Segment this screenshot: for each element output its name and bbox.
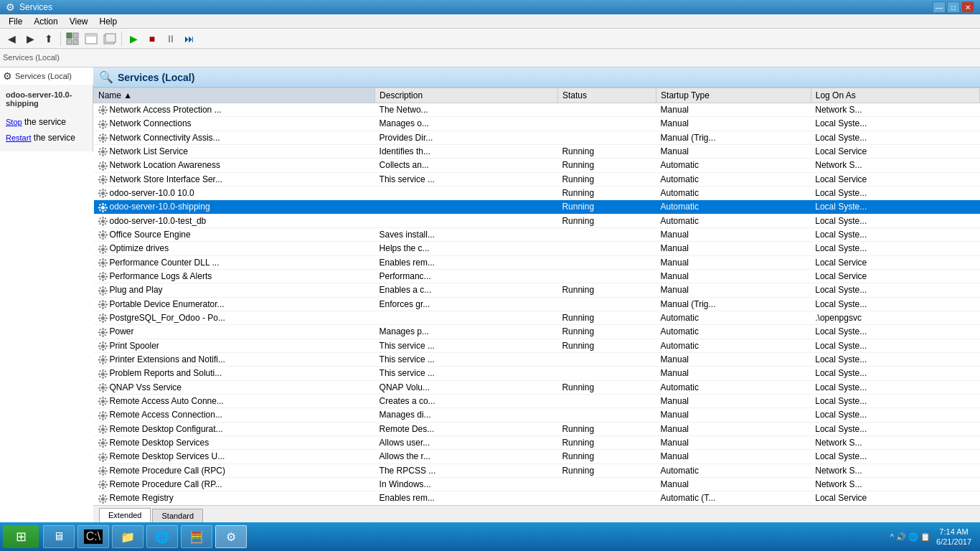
- nav-tree-item[interactable]: ⚙ Services (Local): [0, 67, 93, 85]
- cell-description: Provides Dir...: [375, 131, 558, 144]
- svg-rect-43: [104, 154, 106, 156]
- table-row[interactable]: odoo-server-10.0 10.0RunningAutomaticLoc…: [94, 186, 980, 199]
- col-header-logon[interactable]: Log On As: [811, 88, 979, 103]
- tab-extended[interactable]: Extended: [99, 508, 151, 522]
- svg-rect-20: [98, 123, 100, 125]
- pause-service-button[interactable]: ⏸: [162, 30, 179, 47]
- taskbar-app-cmd[interactable]: C:\: [77, 525, 109, 548]
- cell-description: This service ...: [375, 172, 558, 186]
- svg-rect-228: [105, 443, 108, 444]
- cell-startup: Manual: [656, 408, 811, 422]
- svg-rect-246: [105, 470, 108, 471]
- svg-rect-252: [102, 480, 103, 482]
- table-row[interactable]: Office Source EngineSaves install...Manu…: [94, 227, 980, 241]
- table-row[interactable]: Portable Device Enumerator...Enforces gr…: [94, 297, 980, 311]
- taskbar-app-files[interactable]: 📁: [112, 525, 143, 548]
- table-row[interactable]: Optimize drivesHelps the c...ManualLocal…: [94, 242, 980, 255]
- restart-service-button[interactable]: ⏭: [181, 30, 198, 47]
- svg-rect-266: [104, 495, 106, 497]
- back-button[interactable]: ◀: [3, 30, 20, 47]
- table-row[interactable]: Remote RegistryEnables rem...Automatic (…: [94, 491, 980, 505]
- menu-file[interactable]: File: [3, 15, 28, 28]
- taskbar-app-browser[interactable]: 🌐: [146, 525, 178, 548]
- svg-rect-57: [105, 179, 108, 180]
- svg-rect-81: [102, 217, 103, 219]
- svg-rect-88: [104, 223, 106, 225]
- svg-rect-185: [104, 370, 106, 372]
- svg-rect-237: [105, 456, 108, 458]
- maximize-button[interactable]: □: [947, 1, 960, 13]
- table-row[interactable]: odoo-server-10.0-test_dbRunningAutomatic…: [94, 214, 980, 227]
- table-row[interactable]: Remote Procedure Call (RPC)The RPCSS ...…: [94, 463, 980, 477]
- table-row[interactable]: Performance Counter DLL ...Enables rem..…: [94, 255, 980, 269]
- restart-link[interactable]: Restart: [6, 133, 31, 142]
- table-row[interactable]: Print SpoolerThis service ...RunningAuto…: [94, 339, 980, 352]
- svg-point-260: [101, 497, 105, 501]
- svg-rect-217: [102, 432, 103, 434]
- menu-action[interactable]: Action: [28, 15, 63, 28]
- table-row[interactable]: Problem Reports and Soluti...This servic…: [94, 367, 980, 380]
- services-table[interactable]: Name ▲ Description Status Startup Type: [93, 88, 980, 505]
- table-row[interactable]: Printer Extensions and Notifi...This ser…: [94, 352, 980, 366]
- svg-rect-34: [104, 140, 106, 142]
- start-service-button[interactable]: ▶: [125, 30, 142, 47]
- cell-name: Remote Access Auto Conne...: [94, 394, 375, 408]
- table-row[interactable]: Remote Desktop ServicesAllows user...Run…: [94, 435, 980, 449]
- taskbar-app-services[interactable]: ⚙: [215, 525, 247, 548]
- table-row[interactable]: Remote Desktop Services U...Allows the r…: [94, 450, 980, 463]
- table-row[interactable]: Remote Desktop Configurat...Remote Des..…: [94, 422, 980, 435]
- stop-link[interactable]: Stop: [6, 118, 22, 126]
- show-hide-button[interactable]: [64, 30, 81, 47]
- svg-rect-36: [102, 147, 103, 149]
- svg-rect-91: [102, 237, 103, 240]
- start-button[interactable]: ⊞: [3, 525, 39, 548]
- svg-rect-59: [104, 176, 106, 178]
- table-row[interactable]: Performance Logs & AlertsPerformanc...Ma…: [94, 269, 980, 283]
- svg-point-143: [101, 316, 105, 320]
- menu-help[interactable]: Help: [94, 15, 123, 28]
- col-header-startup[interactable]: Startup Type: [656, 88, 811, 103]
- col-header-description[interactable]: Description: [375, 88, 558, 103]
- svg-rect-47: [98, 165, 100, 166]
- table-row[interactable]: Network Connectivity Assis...Provides Di…: [94, 131, 980, 144]
- table-row[interactable]: Network ConnectionsManages o...ManualLoc…: [94, 117, 980, 131]
- svg-rect-104: [104, 245, 106, 248]
- table-row[interactable]: Plug and PlayEnables a c...RunningManual…: [94, 283, 980, 297]
- tab-standard[interactable]: Standard: [152, 509, 203, 522]
- cell-description: This service ...: [375, 352, 558, 366]
- svg-rect-149: [104, 314, 106, 316]
- table-row[interactable]: PowerManages p...RunningAutomaticLocal S…: [94, 325, 980, 339]
- table-row[interactable]: odoo-server-10.0-shippingRunningAutomati…: [94, 200, 980, 214]
- cell-status: Running: [557, 339, 656, 352]
- cell-startup: Manual: [656, 144, 811, 158]
- console-button[interactable]: [83, 30, 100, 47]
- close-button[interactable]: ✕: [961, 1, 974, 13]
- taskbar-app-calc[interactable]: 🧮: [181, 525, 212, 548]
- taskbar-app-explorer[interactable]: 🖥: [43, 525, 75, 548]
- table-row[interactable]: Network List ServiceIdentifies th...Runn…: [94, 144, 980, 158]
- up-button[interactable]: ⬆: [40, 30, 57, 47]
- col-header-name[interactable]: Name ▲: [94, 88, 375, 103]
- table-row[interactable]: Network Store Interface Ser...This servi…: [94, 172, 980, 186]
- menu-view[interactable]: View: [64, 15, 94, 28]
- table-row[interactable]: Network Access Protection ...The Netwo..…: [94, 103, 980, 117]
- minimize-button[interactable]: —: [933, 1, 946, 13]
- cell-startup: Manual: [656, 269, 811, 283]
- svg-point-152: [101, 331, 105, 334]
- svg-rect-109: [102, 265, 103, 268]
- table-row[interactable]: QNAP Vss ServiceQNAP Volu...RunningAutom…: [94, 380, 980, 394]
- svg-rect-144: [102, 314, 103, 316]
- col-header-status[interactable]: Status: [557, 88, 656, 103]
- svg-point-62: [101, 192, 105, 195]
- table-row[interactable]: Remote Access Connection...Manages di...…: [94, 408, 980, 422]
- svg-rect-212: [104, 412, 106, 414]
- cell-logon: Local Syste...: [811, 394, 979, 408]
- table-row[interactable]: Remote Access Auto Conne...Creates a co.…: [94, 394, 980, 408]
- svg-rect-95: [104, 231, 106, 233]
- forward-button[interactable]: ▶: [22, 30, 39, 47]
- table-row[interactable]: PostgreSQL_For_Odoo - Po...RunningAutoma…: [94, 311, 980, 324]
- stop-service-button[interactable]: ■: [143, 30, 161, 47]
- table-row[interactable]: Network Location AwarenessCollects an...…: [94, 159, 980, 172]
- new-window-button[interactable]: [101, 30, 118, 47]
- table-row[interactable]: Remote Procedure Call (RP...In Windows..…: [94, 477, 980, 491]
